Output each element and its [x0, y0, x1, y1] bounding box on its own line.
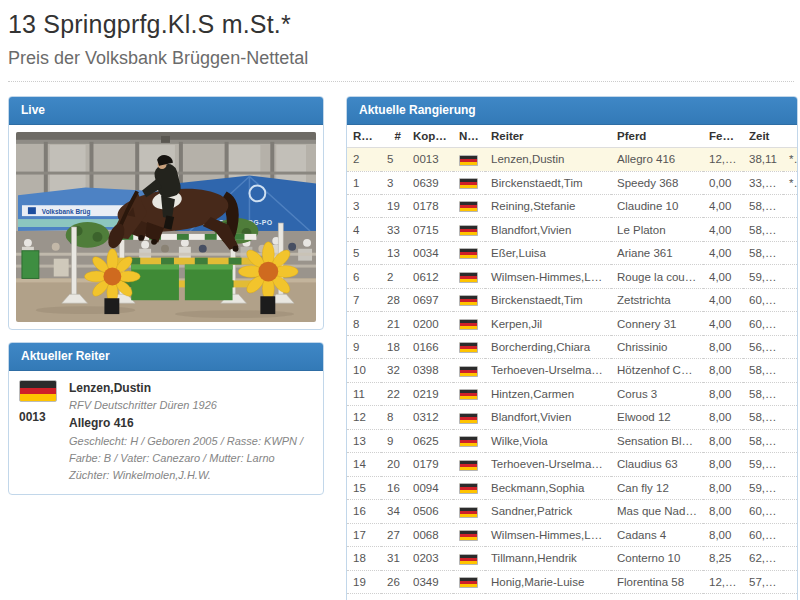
cell-nat [453, 171, 485, 194]
cell-kopfnr: 0625 [407, 429, 453, 452]
cell-star [783, 312, 797, 335]
ranking-row: 620612Wilmsen-Himmes,LukasRouge la coule… [347, 265, 797, 288]
cell-zeit: 58,56 [743, 241, 783, 264]
ranking-row: 250013Lenzen,DustinAllegro 41612,0038,11… [347, 148, 797, 171]
column-header-fehler: Fehler [703, 125, 743, 148]
cell-rang: 15 [347, 476, 381, 499]
cell-pferd: Connery 31 [611, 312, 703, 335]
cell-star [783, 429, 797, 452]
cell-kopfnr: 0697 [407, 288, 453, 311]
cell-star [783, 218, 797, 241]
cell-pferd: Chrissinio [611, 335, 703, 358]
cell-nat [453, 241, 485, 264]
cell-zeit: 60,53 [743, 500, 783, 523]
cell-star [783, 241, 797, 264]
cell-kopfnr: 0219 [407, 382, 453, 405]
germany-flag-icon [459, 225, 478, 236]
germany-flag-icon [459, 507, 478, 518]
cell-star [783, 359, 797, 382]
cell-nat [453, 429, 485, 452]
ranking-row: 4330715Blandfort,VivienLe Platon4,0058,4… [347, 218, 797, 241]
cell-fehler: 8,00 [703, 500, 743, 523]
cell-reiter: Birckenstaedt,Tim [485, 171, 611, 194]
cell-pferd: Claudius 63 [611, 453, 703, 476]
cell-nat [453, 359, 485, 382]
cell-star [783, 547, 797, 570]
cell-nr: 2 [381, 265, 407, 288]
current-horse-breeder: Züchter: Winkelmolen,J.H.W. [69, 467, 313, 484]
cell-nat [453, 218, 485, 241]
cell-nr: 12 [381, 593, 407, 600]
cell-rang: 18 [347, 547, 381, 570]
cell-rang: 1 [347, 171, 381, 194]
cell-star [783, 265, 797, 288]
column-header-nat: Nat. [453, 125, 485, 148]
cell-pferd: Wonteiro [611, 593, 703, 600]
cell-nr: 28 [381, 288, 407, 311]
cell-zeit: 58,03 [743, 195, 783, 218]
cell-nr: 13 [381, 241, 407, 264]
cell-nat [453, 570, 485, 593]
cell-reiter: Kerpen,Jil [485, 312, 611, 335]
cell-rang: 12 [347, 406, 381, 429]
cell-nat [453, 312, 485, 335]
cell-nat [453, 593, 485, 600]
ranking-row: 7280697Birckenstaedt,TimZetstrichta4,006… [347, 288, 797, 311]
ranking-row: 1390625Wilke,ViolaSensation Black 28,005… [347, 429, 797, 452]
cell-nat [453, 547, 485, 570]
cell-nr: 27 [381, 523, 407, 546]
cell-rang: 10 [347, 359, 381, 382]
current-rider-club: RFV Deutschritter Düren 1926 [69, 397, 313, 414]
cell-kopfnr: 0203 [407, 547, 453, 570]
cell-kopfnr: 0068 [407, 523, 453, 546]
cell-star [783, 288, 797, 311]
cell-reiter: Blandfort,Vivien [485, 218, 611, 241]
cell-zeit: 58,95 [743, 593, 783, 600]
cell-reiter: Birckenstaedt,Tim [485, 288, 611, 311]
cell-star [783, 570, 797, 593]
cell-rang: 3 [347, 195, 381, 218]
cell-star [783, 382, 797, 405]
cell-fehler: 4,00 [703, 218, 743, 241]
cell-rang: 6 [347, 265, 381, 288]
cell-fehler: 4,00 [703, 195, 743, 218]
cell-nr: 21 [381, 312, 407, 335]
germany-flag-icon [459, 248, 478, 259]
ranking-row: 16340506Sandner,PatrickMas que Nada 28,0… [347, 500, 797, 523]
cell-reiter: Wilke,Viola [485, 429, 611, 452]
cell-rang: 11 [347, 382, 381, 405]
cell-star [783, 453, 797, 476]
cell-rang: 13 [347, 429, 381, 452]
germany-flag-icon [459, 342, 478, 353]
cell-reiter: Blandfort,Vivien [485, 406, 611, 429]
cell-kopfnr: 0178 [407, 195, 453, 218]
page: 13 Springprfg.Kl.S m.St.* Preis der Volk… [0, 0, 800, 600]
cell-nat [453, 382, 485, 405]
cell-zeit: 62,86 [743, 547, 783, 570]
germany-flag-icon [459, 366, 478, 377]
cell-zeit: 33,41 [743, 171, 783, 194]
ranking-panel: Aktuelle Rangierung Rang#KopfnrNat.Reite… [346, 96, 798, 600]
cell-nat [453, 148, 485, 171]
cell-fehler: 4,00 [703, 288, 743, 311]
cell-star [783, 523, 797, 546]
ranking-row: 19260349Honig,Marie-LuiseFlorentina 5812… [347, 570, 797, 593]
cell-nat [453, 453, 485, 476]
germany-flag-icon [459, 577, 478, 588]
ranking-row: 14200179Terhoeven-Urselmans,PhilipClaudi… [347, 453, 797, 476]
germany-flag-icon [459, 319, 478, 330]
cell-star [783, 335, 797, 358]
cell-star: * [783, 148, 797, 171]
cell-reiter: Dahms,Sara Luca [485, 593, 611, 600]
current-rider-name: Lenzen,Dustin [69, 380, 313, 397]
ranking-row: 1280312Blandfort,VivienElwood 128,0058,7… [347, 406, 797, 429]
cell-fehler: 4,00 [703, 312, 743, 335]
cell-reiter: Sandner,Patrick [485, 500, 611, 523]
cell-pferd: Claudine 10 [611, 195, 703, 218]
page-subtitle: Preis der Volksbank Brüggen-Nettetal [8, 48, 794, 69]
cell-pferd: Cadans 4 [611, 523, 703, 546]
cell-reiter: Terhoeven-Urselmans,Philip [485, 453, 611, 476]
cell-reiter: Honig,Marie-Luise [485, 570, 611, 593]
ranking-row: 3190178Reining,StefanieClaudine 104,0058… [347, 195, 797, 218]
cell-fehler: 12,00 [703, 148, 743, 171]
